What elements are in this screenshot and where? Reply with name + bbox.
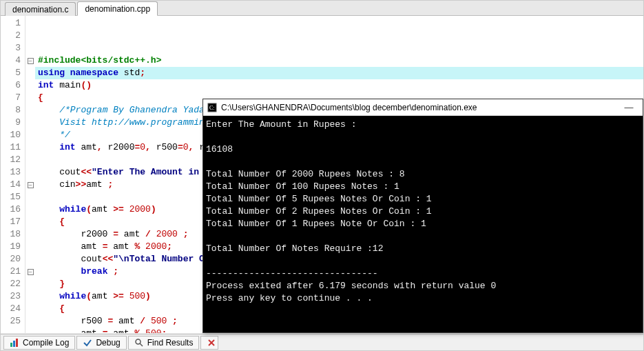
bottom-panel-tabs: Compile Log Debug Find Results bbox=[1, 334, 643, 350]
editor-tab-bar: denomination.c denomination.cpp bbox=[1, 1, 643, 16]
svg-text:C:: C: bbox=[209, 105, 215, 111]
tab-compile-log[interactable]: Compile Log bbox=[3, 336, 75, 350]
console-output[interactable]: Enter The Amount in Rupees : 16108 Total… bbox=[203, 116, 643, 332]
fold-gutter[interactable]: − − − bbox=[25, 16, 35, 333]
bar-chart-icon bbox=[10, 338, 19, 348]
tab-compile-log-label: Compile Log bbox=[23, 338, 69, 348]
console-app-icon: C: bbox=[207, 103, 217, 112]
console-title-text: C:\Users\GHANENDRA\Documents\blog decemb… bbox=[221, 103, 477, 112]
search-icon bbox=[134, 338, 144, 348]
tab-denomination-c[interactable]: denomination.c bbox=[5, 2, 76, 16]
tab-debug[interactable]: Debug bbox=[76, 336, 126, 350]
console-title-bar[interactable]: C: C:\Users\GHANENDRA\Documents\blog dec… bbox=[203, 99, 643, 116]
tab-find-results[interactable]: Find Results bbox=[128, 336, 200, 350]
svg-line-6 bbox=[140, 343, 143, 346]
console-window[interactable]: C: C:\Users\GHANENDRA\Documents\blog dec… bbox=[202, 99, 643, 333]
svg-rect-4 bbox=[16, 339, 18, 347]
svg-point-5 bbox=[136, 339, 141, 344]
tab-denomination-cpp[interactable]: denomination.cpp bbox=[77, 1, 158, 16]
console-minimize-button[interactable]: — bbox=[619, 102, 638, 112]
svg-rect-2 bbox=[10, 343, 12, 347]
svg-rect-3 bbox=[13, 341, 15, 347]
tab-find-results-label: Find Results bbox=[147, 338, 194, 348]
tab-close-partial[interactable] bbox=[200, 336, 218, 350]
check-icon bbox=[83, 338, 92, 348]
close-icon bbox=[207, 338, 216, 348]
line-number-gutter: 1234567891011121314151617181920212223242… bbox=[1, 16, 25, 333]
tab-debug-label: Debug bbox=[96, 338, 120, 348]
